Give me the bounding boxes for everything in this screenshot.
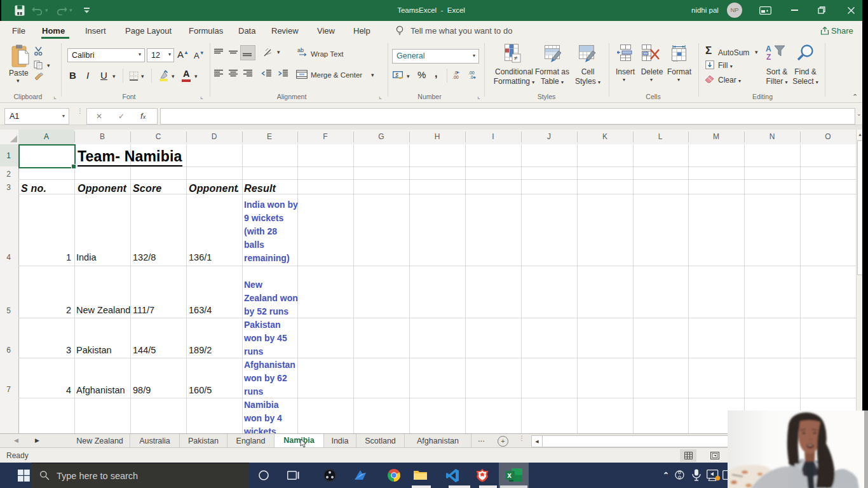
svg-text:x: x	[507, 471, 512, 480]
svg-text:≠: ≠	[514, 55, 518, 62]
svg-text:.00: .00	[468, 71, 475, 75]
svg-text:ab: ab	[297, 47, 304, 53]
svg-text:$: $	[395, 72, 398, 78]
svg-text:Z: Z	[766, 53, 771, 62]
svg-text:.00: .00	[452, 75, 459, 79]
svg-text:A: A	[766, 44, 771, 53]
